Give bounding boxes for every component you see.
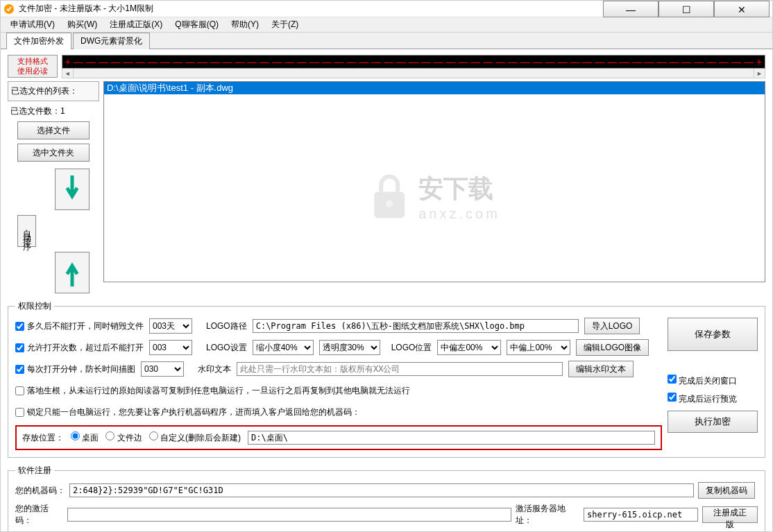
permission-fieldset: 权限控制 多久后不能打开，同时销毁文件 003天 LOGO路径 导入LOGO 允… <box>8 300 765 458</box>
machine-code-label: 您的机器码： <box>15 485 65 497</box>
support-format-button[interactable]: 支持格式 使用必读 <box>8 55 58 78</box>
select-folder-button[interactable]: 选中文件夹 <box>17 144 90 162</box>
opt-expire[interactable]: 多久后不能打开，同时销毁文件 <box>15 320 144 332</box>
opt-minutes[interactable]: 每次打开分钟，防长时间描图 <box>15 363 135 375</box>
menu-buy[interactable]: 购买(W) <box>62 17 103 32</box>
register-legend: 软件注册 <box>15 465 54 477</box>
menubar: 申请试用(V) 购买(W) 注册成正版(X) Q聊客服(Q) 帮助(Y) 关于(… <box>1 17 772 33</box>
file-list[interactable]: D:\桌面\说明书\test1 - 副本.dwg 安下载 anxz.com <box>103 81 765 282</box>
menu-qchat[interactable]: Q聊客服(Q) <box>169 17 224 32</box>
titlebar: 文件加密 - 未注册版本 - 大小1M限制 — ☐ ✕ <box>1 1 772 17</box>
svg-point-2 <box>386 200 393 207</box>
watermark-input[interactable] <box>237 362 563 376</box>
scale-select[interactable]: 缩小度40% <box>253 340 314 355</box>
app-icon <box>3 3 15 15</box>
save-location-box: 存放位置： 桌面 文件边 自定义(删除后会新建) <box>15 425 662 450</box>
loc-fileedge[interactable]: 文件边 <box>105 431 142 444</box>
tab-encrypt[interactable]: 文件加密外发 <box>6 33 71 49</box>
close-button[interactable]: ✕ <box>714 1 770 17</box>
server-label: 激活服务器地址： <box>516 503 579 526</box>
loc-desktop[interactable]: 桌面 <box>71 431 99 444</box>
save-path-input[interactable] <box>248 431 655 445</box>
move-up-button[interactable] <box>55 252 90 293</box>
move-down-button[interactable] <box>55 169 90 210</box>
opt-lock-machine[interactable]: 锁定只能一台电脑运行，您先要让客户执行机器码程序，进而填入客户返回给您的机器码： <box>15 406 360 418</box>
maximize-button[interactable]: ☐ <box>659 1 714 17</box>
copy-machine-code-button[interactable]: 复制机器码 <box>698 482 755 499</box>
days-select[interactable]: 003天 <box>149 318 192 334</box>
activate-code-label: 您的激活码： <box>15 503 63 526</box>
logo-path-input[interactable] <box>253 319 579 333</box>
pos-up-select[interactable]: 中偏上00% <box>507 340 570 355</box>
save-params-button[interactable]: 保存参数 <box>668 318 758 351</box>
chk-close-window[interactable]: 完成后关闭窗口 <box>668 375 758 387</box>
permission-legend: 权限控制 <box>15 300 54 312</box>
loc-custom[interactable]: 自定义(删除后会新建) <box>149 431 241 444</box>
opt-open-count[interactable]: 允许打开次数，超过后不能打开 <box>15 342 144 354</box>
transparency-select[interactable]: 透明度30% <box>319 340 380 355</box>
menu-trial[interactable]: 申请试用(V) <box>5 17 60 32</box>
menu-register[interactable]: 注册成正版(X) <box>104 17 168 32</box>
auto-sort-button[interactable]: 自动排序 <box>17 215 36 247</box>
marquee-strip: + — — — — — — — — — — — — — — — — — — — … <box>62 55 765 69</box>
server-input[interactable] <box>584 508 698 522</box>
tabstrip: 文件加密外发 DWG元素背景化 <box>1 33 772 49</box>
menu-help[interactable]: 帮助(Y) <box>226 17 264 32</box>
h-scrollbar[interactable]: ◄ ► <box>62 69 765 78</box>
logo-pos-label: LOGO位置 <box>391 342 432 354</box>
list-item[interactable]: D:\桌面\说明书\test1 - 副本.dwg <box>104 82 765 94</box>
register-full-button[interactable]: 注册成正版 <box>702 506 758 523</box>
file-list-label: 已选文件的列表： <box>8 81 99 101</box>
minimize-button[interactable]: — <box>603 1 659 17</box>
pos-left-select[interactable]: 中偏左00% <box>437 340 501 355</box>
edit-watermark-button[interactable]: 编辑水印文本 <box>568 361 634 377</box>
tab-dwg-bg[interactable]: DWG元素背景化 <box>73 33 150 49</box>
window-title: 文件加密 - 未注册版本 - 大小1M限制 <box>19 3 603 15</box>
logo-set-label: LOGO设置 <box>206 342 247 354</box>
menu-about[interactable]: 关于(Z) <box>266 17 304 32</box>
activate-code-input[interactable] <box>67 508 511 522</box>
import-logo-button[interactable]: 导入LOGO <box>584 318 640 334</box>
scroll-left-icon[interactable]: ◄ <box>62 69 74 78</box>
scroll-right-icon[interactable]: ► <box>754 69 765 78</box>
svg-rect-1 <box>374 192 405 218</box>
file-count: 已选文件数：1 <box>8 103 99 121</box>
edit-logo-button[interactable]: 编辑LOGO图像 <box>576 339 649 356</box>
times-select[interactable]: 003 <box>149 340 192 355</box>
save-loc-label: 存放位置： <box>22 432 64 444</box>
select-file-button[interactable]: 选择文件 <box>17 121 90 139</box>
watermark-label: 水印文本 <box>198 363 231 375</box>
register-fieldset: 软件注册 您的机器码： 复制机器码 您的激活码： 激活服务器地址： 注册成正版 <box>8 465 765 532</box>
opt-rooted[interactable]: 落地生根，从未运行过的原始阅读器可复制到任意电脑运行，一旦运行之后再复制到其他电… <box>15 385 410 397</box>
machine-code-input[interactable] <box>69 483 694 497</box>
minutes-select[interactable]: 030 <box>141 361 184 377</box>
logo-path-label: LOGO路径 <box>206 320 247 332</box>
chk-run-preview[interactable]: 完成后运行预览 <box>668 393 758 405</box>
watermark: 安下载 anxz.com <box>368 172 500 222</box>
run-encrypt-button[interactable]: 执行加密 <box>668 411 758 433</box>
